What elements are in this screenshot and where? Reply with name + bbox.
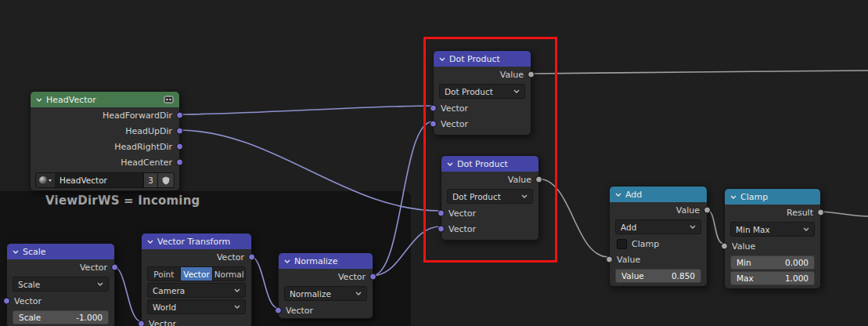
- clamp-checkbox-label: Clamp: [632, 239, 659, 249]
- output-row: HeadCenter: [31, 154, 179, 170]
- output-label: Value: [500, 70, 524, 80]
- node-headvector[interactable]: HeadVector HeadForwardDir HeadUpDir Head…: [30, 91, 180, 191]
- chevron-down-icon[interactable]: [284, 259, 290, 263]
- operation-dropdown[interactable]: Dot Product: [439, 84, 525, 99]
- socket-vector-input-1[interactable]: [438, 210, 445, 217]
- socket-value-input-1[interactable]: [606, 256, 613, 263]
- output-label: HeadForwardDir: [103, 110, 172, 121]
- chevron-down-icon: [690, 225, 696, 229]
- type-button-vector[interactable]: Vector: [181, 267, 214, 281]
- fake-user-shield-button[interactable]: [157, 173, 174, 187]
- operation-dropdown[interactable]: Add: [615, 219, 701, 234]
- max-slider[interactable]: Max 1.000: [730, 271, 815, 285]
- node-normalize[interactable]: Normalize Vector Normalize Vector: [278, 252, 373, 319]
- chevron-down-icon[interactable]: [147, 240, 153, 244]
- node-editor-canvas[interactable]: ViewDirWS = Incoming HeadVector HeadForw…: [0, 0, 868, 326]
- value-slider[interactable]: Value 0.850: [615, 269, 701, 283]
- chevron-down-icon: [97, 282, 103, 286]
- socket-headcenter[interactable]: [176, 159, 183, 166]
- node-clamp[interactable]: Clamp Result Min Max Value Min 0.000 Max…: [724, 188, 821, 289]
- dropdown-value: Dot Product: [445, 87, 493, 96]
- node-title: HeadVector: [46, 95, 96, 105]
- input-label: Value: [617, 255, 640, 265]
- datablock-name[interactable]: HeadVector: [55, 173, 143, 187]
- socket-vector-input-2[interactable]: [430, 121, 437, 128]
- chevron-down-icon[interactable]: [615, 193, 621, 197]
- socket-vector-input[interactable]: [3, 298, 10, 305]
- output-row: HeadUpDir: [31, 123, 179, 139]
- chevron-down-icon[interactable]: [13, 250, 19, 254]
- wire-headup-to-dot2: [178, 130, 441, 211]
- output-label: Value: [676, 205, 700, 216]
- socket-vector-input-1[interactable]: [430, 105, 437, 112]
- wire-dot1-value-out: [530, 71, 868, 74]
- input-label: Vector: [441, 103, 468, 114]
- datablock-user-count[interactable]: 3: [143, 173, 157, 187]
- node-header[interactable]: Dot Product: [441, 156, 538, 172]
- node-title: Add: [625, 190, 642, 200]
- socket-value-output[interactable]: [535, 176, 542, 183]
- node-header[interactable]: Scale: [7, 244, 114, 259]
- operation-dropdown[interactable]: Normalize: [284, 286, 367, 301]
- chevron-down-icon: [513, 89, 520, 93]
- node-dot-product-1[interactable]: Dot Product Value Dot Product Vector Vec…: [433, 50, 531, 136]
- socket-headrightdir[interactable]: [176, 143, 183, 150]
- socket-value-output[interactable]: [704, 207, 711, 214]
- chevron-down-icon[interactable]: [36, 98, 42, 102]
- type-button-normal[interactable]: Normal: [213, 267, 245, 281]
- node-title: Normalize: [294, 256, 337, 266]
- socket-vector-output[interactable]: [369, 273, 376, 281]
- node-header[interactable]: Normalize: [279, 253, 373, 269]
- chevron-down-icon: [521, 194, 528, 198]
- operation-dropdown[interactable]: Dot Product: [447, 189, 533, 204]
- chevron-down-icon[interactable]: [447, 162, 453, 166]
- input-label: Vector: [14, 296, 41, 306]
- slider-value: 0.000: [785, 258, 809, 267]
- output-label: HeadCenter: [121, 158, 172, 168]
- node-header[interactable]: Clamp: [725, 189, 820, 205]
- output-label: Vector: [338, 272, 366, 282]
- chevron-down-icon[interactable]: [730, 195, 737, 199]
- scale-slider[interactable]: Scale -1.000: [13, 310, 109, 324]
- dropdown-value: Add: [621, 223, 636, 232]
- node-dot-product-2[interactable]: Dot Product Value Dot Product Vector Vec…: [441, 155, 539, 241]
- socket-value-input[interactable]: [721, 243, 728, 250]
- convert-to-dropdown[interactable]: World: [147, 299, 246, 314]
- node-scale[interactable]: Scale Vector Scale Vector Scale -1.000: [6, 243, 115, 326]
- clamp-checkbox[interactable]: [617, 239, 627, 249]
- socket-vector-input-2[interactable]: [438, 226, 445, 233]
- socket-vector-input[interactable]: [138, 321, 145, 326]
- node-header[interactable]: Dot Product: [434, 51, 531, 67]
- socket-vector-output[interactable]: [111, 264, 118, 271]
- slider-value: -1.000: [76, 313, 103, 322]
- socket-vector-output[interactable]: [248, 254, 255, 261]
- input-label: Vector: [149, 319, 176, 326]
- clamp-type-dropdown[interactable]: Min Max: [730, 222, 815, 237]
- output-row: Vector: [279, 269, 373, 284]
- min-slider[interactable]: Min 0.000: [730, 255, 815, 270]
- socket-headforwarddir[interactable]: [176, 112, 183, 119]
- node-header[interactable]: Vector Transform: [142, 234, 251, 249]
- output-label: Value: [508, 175, 531, 185]
- chevron-down-icon[interactable]: [439, 57, 445, 61]
- input-label: Vector: [448, 224, 476, 234]
- chevron-down-icon: [49, 179, 52, 182]
- operation-dropdown[interactable]: Scale: [13, 277, 109, 292]
- node-vector-transform[interactable]: Vector Transform Vector Point Vector Nor…: [141, 233, 252, 326]
- type-button-point[interactable]: Point: [148, 267, 181, 281]
- chevron-down-icon: [234, 305, 240, 309]
- node-header[interactable]: Add: [610, 187, 707, 202]
- datablock-browse-button[interactable]: [36, 173, 55, 187]
- slider-label: Min: [737, 258, 751, 267]
- socket-headupdir[interactable]: [176, 128, 183, 135]
- output-label: Vector: [217, 252, 244, 263]
- node-headvector-header[interactable]: HeadVector: [31, 92, 179, 107]
- node-add[interactable]: Add Value Add Clamp Value Value 0.850: [609, 186, 708, 287]
- socket-value-output[interactable]: [528, 71, 535, 78]
- socket-result-output[interactable]: [817, 209, 824, 216]
- convert-from-dropdown[interactable]: Camera: [147, 283, 246, 298]
- node-title: Scale: [23, 247, 46, 257]
- socket-vector-input[interactable]: [275, 307, 282, 314]
- output-row: Vector: [142, 249, 251, 265]
- slider-label: Value: [621, 271, 644, 281]
